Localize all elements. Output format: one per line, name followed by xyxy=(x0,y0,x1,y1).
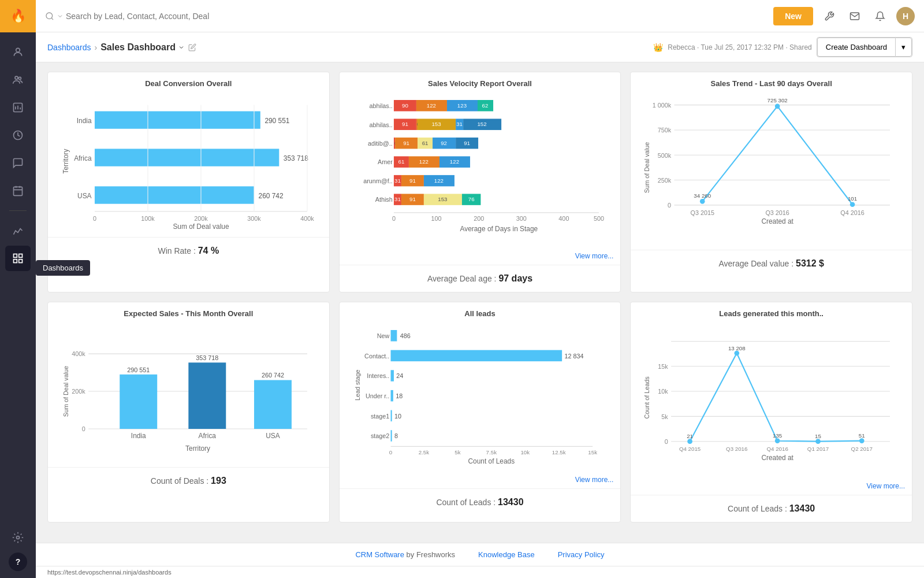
mail-icon[interactable] xyxy=(845,7,864,25)
svg-text:Contact..: Contact.. xyxy=(364,353,389,360)
svg-text:290 551: 290 551 xyxy=(264,117,289,125)
sidebar-item-deals[interactable] xyxy=(5,123,31,148)
svg-text:400k: 400k xyxy=(72,350,85,357)
search-dropdown-icon[interactable] xyxy=(57,13,64,20)
svg-text:122: 122 xyxy=(434,177,443,184)
trend-point-1 xyxy=(700,199,705,204)
sidebar-item-leads[interactable] xyxy=(5,67,31,92)
svg-text:91: 91 xyxy=(403,140,409,146)
sidebar-item-calendar[interactable] xyxy=(5,178,31,203)
new-button[interactable]: New xyxy=(773,7,813,25)
bar-india xyxy=(120,375,157,429)
deal-conversion-stat: Win Rate : 74 % xyxy=(48,237,329,264)
svg-point-2 xyxy=(18,77,21,79)
svg-text:2.5k: 2.5k xyxy=(418,449,429,455)
svg-text:100k: 100k xyxy=(141,215,155,222)
sidebar-item-messages[interactable] xyxy=(5,150,31,176)
svg-text:18: 18 xyxy=(396,392,403,399)
leads-generated-view-more[interactable]: View more... xyxy=(631,480,912,495)
svg-text:13 208: 13 208 xyxy=(728,344,746,351)
footer-crm-link[interactable]: CRM Software xyxy=(355,550,404,559)
search-icon xyxy=(45,12,54,21)
dashboard-grid: Deal Conversion Overall Territory 290 55… xyxy=(47,72,912,523)
svg-rect-7 xyxy=(19,254,23,258)
svg-text:200k: 200k xyxy=(194,215,208,222)
svg-text:Q4 2015: Q4 2015 xyxy=(679,446,701,452)
svg-text:31: 31 xyxy=(456,121,463,127)
status-bar: https://test.devopschennai.ninja/dashboa… xyxy=(36,566,924,578)
sidebar-item-analytics[interactable] xyxy=(5,218,31,243)
footer-kb-link[interactable]: Knowledge Base xyxy=(478,550,535,559)
svg-point-10 xyxy=(17,536,20,539)
sidebar-nav xyxy=(5,32,31,525)
sidebar-item-reports[interactable] xyxy=(5,95,31,120)
sidebar-item-dashboards[interactable] xyxy=(5,246,31,271)
sidebar-item-help[interactable]: ? xyxy=(9,553,27,571)
leads-generated-card: Leads generated this month.. Count of Le… xyxy=(630,302,912,523)
svg-text:62: 62 xyxy=(482,102,488,109)
trend-point-3 xyxy=(850,202,855,207)
user-avatar[interactable]: H xyxy=(896,7,915,25)
svg-text:Africa: Africa xyxy=(74,154,92,162)
svg-text:Q1 2017: Q1 2017 xyxy=(807,446,829,452)
sales-velocity-view-more[interactable]: View more... xyxy=(340,250,621,265)
svg-text:15: 15 xyxy=(815,433,821,439)
expected-sales-svg: Sum of Deal value 0 200k 400k 290 5 xyxy=(57,323,320,460)
svg-text:101: 101 xyxy=(848,195,857,202)
svg-text:8: 8 xyxy=(394,432,398,439)
svg-text:Q4 2016: Q4 2016 xyxy=(767,446,788,452)
svg-text:21: 21 xyxy=(687,433,694,439)
breadcrumb-parent-link[interactable]: Dashboards xyxy=(47,43,91,52)
tools-icon[interactable] xyxy=(820,7,839,25)
svg-text:Q3 2016: Q3 2016 xyxy=(766,209,789,216)
svg-text:51: 51 xyxy=(859,432,865,439)
sales-velocity-title: Sales Velocity Report Overall xyxy=(349,79,612,88)
svg-text:34 260: 34 260 xyxy=(694,192,711,199)
svg-text:76: 76 xyxy=(468,196,474,202)
create-dashboard-dropdown[interactable]: ▾ xyxy=(895,38,912,57)
svg-text:10: 10 xyxy=(394,412,401,419)
search-area xyxy=(45,12,769,21)
svg-text:Q3 2016: Q3 2016 xyxy=(726,446,747,452)
leads-point-3 xyxy=(775,438,780,443)
dropdown-icon[interactable] xyxy=(178,44,185,51)
svg-text:stage1: stage1 xyxy=(371,412,389,419)
search-input[interactable] xyxy=(66,12,216,21)
svg-text:200: 200 xyxy=(474,215,484,222)
svg-text:0: 0 xyxy=(389,449,392,455)
svg-text:135: 135 xyxy=(773,432,782,439)
svg-text:500: 500 xyxy=(594,215,604,222)
svg-rect-135 xyxy=(390,390,393,401)
svg-text:India: India xyxy=(131,432,146,440)
svg-text:New: New xyxy=(377,332,389,339)
svg-point-11 xyxy=(46,13,53,19)
bar-africa xyxy=(188,362,226,429)
svg-text:353 718: 353 718 xyxy=(284,154,308,162)
sidebar-item-contacts[interactable] xyxy=(5,39,31,65)
svg-text:260 742: 260 742 xyxy=(262,372,284,379)
sidebar-bottom: ? xyxy=(5,525,31,578)
svg-text:290 551: 290 551 xyxy=(127,366,150,373)
app-logo[interactable]: 🔥 xyxy=(0,0,36,32)
sidebar-item-settings[interactable] xyxy=(5,525,31,550)
svg-text:725 302: 725 302 xyxy=(767,97,788,103)
svg-text:750k: 750k xyxy=(658,127,672,134)
svg-text:92: 92 xyxy=(441,140,447,146)
svg-rect-132 xyxy=(390,370,393,381)
expected-sales-title: Expected Sales - This Month Overall xyxy=(57,309,320,318)
svg-text:123: 123 xyxy=(457,102,466,109)
svg-text:Q3 2015: Q3 2015 xyxy=(691,209,714,216)
bell-icon[interactable] xyxy=(871,7,889,25)
svg-text:Lead stage: Lead stage xyxy=(354,369,361,401)
dashboard-scroll: Deal Conversion Overall Territory 290 55… xyxy=(36,62,924,543)
footer-privacy-link[interactable]: Privacy Policy xyxy=(558,550,605,559)
svg-text:400: 400 xyxy=(558,215,569,222)
all-leads-view-more[interactable]: View more... xyxy=(340,473,621,488)
expected-sales-card: Expected Sales - This Month Overall Sum … xyxy=(47,302,330,523)
svg-rect-126 xyxy=(390,330,397,341)
create-dashboard-button[interactable]: Create Dashboard xyxy=(817,38,895,57)
svg-text:aditib@..: aditib@.. xyxy=(368,140,393,147)
trend-line xyxy=(703,106,853,205)
svg-text:Athish: Athish xyxy=(375,196,392,203)
edit-icon[interactable] xyxy=(188,43,196,51)
